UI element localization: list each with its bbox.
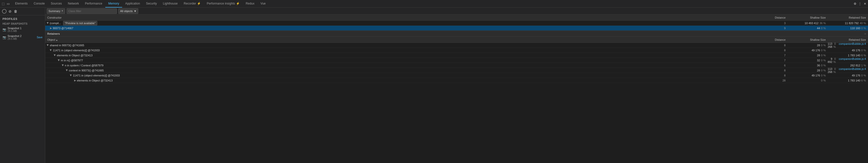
col-ret-distance-header[interactable]: Distance [768,38,787,41]
clear-icon[interactable]: ⊘ [8,9,12,13]
trash-icon[interactable]: 🗑 [13,9,18,13]
snapshot-icon-2: 📷 [2,36,6,39]
ret-name-7: elements in Object @732413 [77,79,113,82]
ret-dist-0: 8 [768,44,787,47]
snapshot-1-size: 29.5 MB [7,30,42,32]
heap-snapshots-header: HEAP SNAPSHOTS [0,21,45,26]
col-retained-header[interactable]: Retained Size [828,16,868,19]
tab-performance-insights[interactable]: Performance insights ⚡ [204,0,243,7]
preview-tooltip: "Preview is not available" [63,21,97,25]
cell-constructor-0: ▶ (compil... "Preview is not available" [45,21,768,25]
retainer-row-4[interactable]: ▶ n in system / Context @587979 6 36 0 %… [45,63,868,68]
ret-retained-5: 113 268 0 % companionBubble.js:4 [828,67,868,74]
retainer-row-0[interactable]: ▶ shared in 90073() @741665 8 28 0 % 113… [45,43,868,48]
ret-expand-3[interactable]: ▶ [57,59,61,62]
profiles-header: Profiles [0,15,45,21]
table-row-0[interactable]: ▶ (compil... "Preview is not available" … [45,21,868,26]
ret-cell-7: ▶ elements in Object @732413 [45,79,768,82]
objects-arrow: ▼ [134,9,136,12]
ret-expand-4[interactable]: ▶ [61,64,65,67]
ret-expand-1[interactable]: ▶ [49,49,53,52]
retainer-row-7[interactable]: ▶ elements in Object @732413 28 0 % 1 78… [45,78,868,83]
expand-0[interactable]: ▶ [46,21,50,25]
snapshot-2[interactable]: 📷 Snapshot 2 29.5 MB Save [0,33,45,41]
snapshot-2-info: Snapshot 2 29.5 MB [7,34,37,40]
retainer-row-3[interactable]: ▶ m in n() @587977 7 32 0 % 9 892 0 % co… [45,58,868,63]
col-distance-header[interactable]: Distance [768,16,787,19]
cursor-icon[interactable]: ⬚ [1,2,5,6]
col-constructor-header[interactable]: Constructor [45,16,768,19]
ret-name-2: elements in Object @732413 [57,54,92,57]
close-icon[interactable]: ✕ [863,2,867,6]
tab-sources[interactable]: Sources [48,0,65,7]
class-filter-input[interactable] [67,8,117,14]
tab-elements[interactable]: Elements [12,0,31,7]
snapshot-1[interactable]: 📷 Snapshot 1 29.5 MB [0,26,45,33]
record-icon[interactable] [2,9,6,13]
ret-name-6: 11471 in (object elements)[] @741933 [73,74,120,77]
constructor-name-1: 90073 @714667 [53,27,73,30]
ret-expand-0[interactable]: ▶ [46,44,50,47]
retainer-row-2[interactable]: ▶ elements in Object @732413 7 28 0 % 1 … [45,53,868,58]
ret-cell-5: ▶ context in 90073() @741665 [45,69,768,72]
ret-dist-4: 6 [768,64,787,67]
col-ret-retained-header[interactable]: Retained Size [828,38,868,41]
objects-dropdown[interactable]: All objects ▼ [118,8,138,14]
cell-retained-1: 110 160 0 % [828,27,868,30]
table-row-1[interactable]: ▶ 90073 @714667 9 44 0 % 110 160 0 % [45,26,868,31]
ret-cell-1: ▶ 11471 in (object elements)[] @741933 [45,49,768,52]
ret-retained-6: 49 176 0 % [828,74,868,77]
tab-security[interactable]: Security [143,0,160,7]
objects-label: All objects [120,9,133,12]
ret-expand-6[interactable]: ▶ [69,74,73,77]
tab-redux[interactable]: Redux [243,0,257,7]
ret-expand-5[interactable]: ▶ [65,69,69,72]
tab-application[interactable]: Application [122,0,143,7]
ret-shallow-4: 36 0 % [787,64,828,67]
summary-dropdown[interactable]: Summary ▼ [47,8,65,14]
ret-dist-7: 28 [768,79,787,82]
save-button[interactable]: Save [37,36,42,39]
device-icon[interactable]: ▭ [6,2,10,6]
ret-retained-7: 1 783 140 6 % [828,79,868,82]
cell-distance-0: 3 [768,22,787,25]
expand-1[interactable]: ▶ [49,26,53,30]
ret-expand-7[interactable]: ▶ [73,79,77,82]
ret-dist-6: 8 [768,74,787,77]
tab-recorder[interactable]: Recorder ⚡ [181,0,204,7]
tab-performance[interactable]: Performance [82,0,105,7]
ret-dist-2: 7 [768,54,787,57]
cell-retained-0: 11 820 792 40 % [828,22,868,25]
tab-vue[interactable]: Vue [257,0,269,7]
ret-link-3[interactable]: companionBubble.js:4 [839,57,866,60]
snapshot-1-info: Snapshot 1 29.5 MB [7,27,42,32]
more-icon[interactable]: ⋮ [858,2,862,6]
settings-icon[interactable]: ⚙ [853,2,857,6]
ret-link-5[interactable]: companionBubble.js:4 [839,67,866,71]
snapshot-icon-1: 📷 [2,28,6,31]
main-layout: ⊘ 🗑 Profiles HEAP SNAPSHOTS 📷 Snapshot 1… [0,7,868,163]
col-shallow-header[interactable]: Shallow Size [787,16,828,19]
tab-console[interactable]: Console [31,0,48,7]
col-ret-shallow-header[interactable]: Shallow Size [787,38,828,41]
ret-cell-4: ▶ n in system / Context @587979 [45,64,768,67]
ret-expand-2[interactable]: ▶ [53,54,57,57]
tab-lighthouse[interactable]: Lighthouse [160,0,181,7]
retainers-header: Retainers ≡ [45,31,868,37]
cell-distance-1: 9 [768,27,787,30]
ret-dist-3: 7 [768,59,787,62]
retainer-row-5[interactable]: ▶ context in 90073() @741665 8 28 0 % 11… [45,68,868,73]
tab-memory[interactable]: Memory [105,0,122,7]
retainer-row-6[interactable]: ▶ 11471 in (object elements)[] @741933 8… [45,73,868,78]
col-object-header[interactable]: Object [45,38,768,41]
content-area: Summary ▼ All objects ▼ Constructor Dist… [45,7,868,163]
ret-cell-3: ▶ m in n() @587977 [45,59,768,62]
ret-cell-2: ▶ elements in Object @732413 [45,54,768,57]
ret-shallow-5: 28 0 % [787,69,828,72]
ret-link-0[interactable]: companionBubble.js:4 [839,42,866,45]
tab-network[interactable]: Network [65,0,82,7]
ret-shallow-1: 49 176 0 % [787,49,828,52]
retainers-sort-icon[interactable]: ≡ [865,32,866,35]
ret-cell-6: ▶ 11471 in (object elements)[] @741933 [45,74,768,77]
retainer-row-1[interactable]: ▶ 11471 in (object elements)[] @741933 8… [45,48,868,53]
